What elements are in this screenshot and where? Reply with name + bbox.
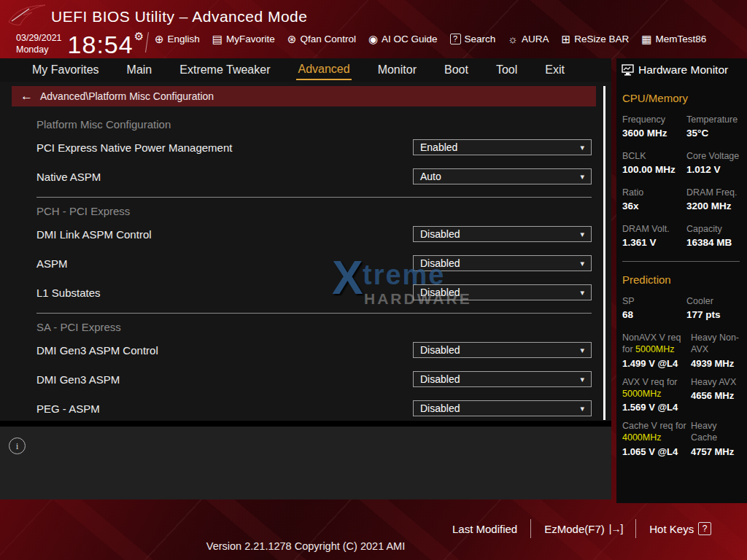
chevron-down-icon: ▾ — [580, 143, 584, 152]
stat-capacity: Capacity 16384 MB — [686, 224, 741, 248]
aura-button[interactable]: ☼ AURA — [508, 34, 549, 44]
chevron-down-icon: ▾ — [580, 404, 584, 413]
hot-keys-button[interactable]: Hot Keys ? — [649, 522, 711, 535]
help-info-panel: i — [0, 427, 611, 499]
globe-icon: ⊕ — [155, 34, 164, 44]
pci-express-native-power-select[interactable]: Enabled ▾ — [413, 139, 592, 155]
chevron-down-icon: ▾ — [580, 375, 584, 384]
time-text: 18:54⚙ — [68, 31, 145, 57]
setting-label: ASPM — [36, 257, 68, 270]
back-arrow-icon[interactable]: ← — [20, 89, 33, 104]
setting-label: DMI Gen3 ASPM — [36, 373, 120, 386]
dmi-gen3-aspm-control-select[interactable]: Disabled ▾ — [413, 342, 592, 358]
stat-core-voltage: Core Voltage 1.012 V — [686, 151, 741, 175]
tab-my-favorites[interactable]: My Favorites — [31, 61, 101, 79]
setting-row: DMI Gen3 ASPM Disabled ▾ — [36, 365, 592, 394]
tab-extreme-tweaker[interactable]: Extreme Tweaker — [178, 61, 271, 79]
tab-boot[interactable]: Boot — [443, 61, 470, 79]
aura-icon: ☼ — [508, 34, 518, 44]
setting-row: PCI Express Native Power Management Enab… — [36, 133, 592, 162]
stat-ratio: Ratio 36x — [622, 187, 685, 211]
ai-oc-guide-button[interactable]: ◉ AI OC Guide — [368, 34, 438, 44]
sidebar-divider — [622, 261, 740, 262]
qfan-control-button[interactable]: ⊛ Qfan Control — [287, 34, 356, 44]
cpu-memory-stats: Frequency 3600 MHz Temperature 35°C BCLK… — [622, 114, 741, 248]
section-divider — [36, 313, 592, 314]
hardware-monitor-title: Hardware Monitor — [638, 63, 728, 77]
hardware-monitor-header: Hardware Monitor — [616, 58, 747, 82]
chevron-down-icon: ▾ — [580, 172, 584, 182]
resize-bar-icon: ⊞ — [562, 34, 571, 44]
last-modified-button[interactable]: Last Modified — [452, 523, 517, 535]
pred-heavy-avx: Heavy AVX 4656 MHz — [691, 376, 741, 413]
language-button[interactable]: ⊕ English — [155, 34, 200, 44]
aspm-select[interactable]: Disabled ▾ — [413, 255, 592, 271]
setting-row: PEG - ASPM Disabled ▾ — [36, 394, 592, 423]
hardware-monitor-panel: Hardware Monitor CPU/Memory Frequency 36… — [616, 58, 747, 503]
stat-dram-volt: DRAM Volt. 1.361 V — [622, 224, 685, 248]
tab-exit[interactable]: Exit — [543, 61, 566, 79]
setting-row: Native ASPM Auto ▾ — [36, 162, 592, 191]
fan-icon: ⊛ — [287, 34, 297, 44]
setting-label: DMI Link ASPM Control — [36, 228, 152, 241]
setting-label: PEG - ASPM — [36, 402, 100, 415]
hardware-monitor-body: CPU/Memory Frequency 3600 MHz Temperatur… — [616, 82, 747, 457]
qfan-label: Qfan Control — [300, 34, 356, 44]
pred-heavy-nonavx: Heavy Non-AVX 4939 MHz — [691, 332, 741, 369]
myfavorite-icon: ▤ — [212, 34, 222, 44]
native-aspm-select[interactable]: Auto ▾ — [413, 168, 592, 184]
version-text: Version 2.21.1278 Copyright (C) 2021 AMI — [0, 540, 611, 552]
section-title: PCH - PCI Express — [36, 205, 592, 219]
peg-aspm-select[interactable]: Disabled ▾ — [413, 400, 592, 416]
aura-label: AURA — [522, 34, 549, 44]
chevron-down-icon: ▾ — [580, 288, 584, 298]
setting-row: DMI Link ASPM Control Disabled ▾ — [36, 219, 592, 249]
tab-tool[interactable]: Tool — [495, 61, 519, 79]
footer-actions: Last Modified EzMode(F7) |→] Hot Keys ? — [452, 519, 711, 538]
stat-frequency: Frequency 3600 MHz — [622, 114, 685, 139]
scrollbar[interactable] — [603, 86, 605, 420]
stat-dram-freq: DRAM Freq. 3200 MHz — [686, 187, 741, 211]
breadcrumb-text: Advanced\Platform Misc Configuration — [40, 90, 214, 102]
ezmode-exit-icon: |→] — [609, 523, 623, 534]
memtest-button[interactable]: ▦ MemTest86 — [641, 34, 706, 44]
memtest-icon: ▦ — [641, 34, 651, 44]
main-menu: My Favorites Main Extreme Tweaker Advanc… — [0, 58, 611, 82]
pred-heavy-cache: Heavy Cache 4757 MHz — [691, 420, 741, 457]
pred-nonavx-vreq: NonAVX V req for 5000MHz 1.499 V @L4 — [622, 332, 689, 369]
header: UEFI BIOS Utility – Advanced Mode 03/29/… — [0, 0, 747, 58]
search-button[interactable]: ? Search — [450, 34, 496, 44]
prediction-title: Prediction — [622, 273, 741, 286]
time-settings-gear-icon[interactable]: ⚙ — [134, 30, 144, 42]
myfavorite-button[interactable]: ▤ MyFavorite — [212, 34, 275, 44]
tab-advanced[interactable]: Advanced — [296, 60, 351, 80]
dmi-gen3-aspm-select[interactable]: Disabled ▾ — [413, 371, 592, 387]
resize-bar-button[interactable]: ⊞ ReSize BAR — [562, 34, 630, 44]
ezmode-button[interactable]: EzMode(F7) |→] — [544, 523, 622, 535]
cpu-memory-title: CPU/Memory — [622, 92, 741, 104]
header-separator — [145, 32, 149, 52]
quick-access-bar: ⊕ English ▤ MyFavorite ⊛ Qfan Control ◉ … — [155, 34, 706, 44]
chevron-down-icon: ▾ — [580, 259, 584, 268]
datetime: 03/29/2021 Monday 18:54⚙ — [16, 31, 144, 57]
footer-separator — [635, 519, 636, 538]
prediction-stats: SP 68 Cooler 177 pts — [622, 296, 741, 320]
setting-label: PCI Express Native Power Management — [36, 141, 232, 154]
dmi-link-aspm-select[interactable]: Disabled ▾ — [413, 226, 592, 242]
footer-separator — [530, 519, 531, 538]
tab-monitor[interactable]: Monitor — [376, 61, 418, 79]
setting-row: L1 Substates Disabled ▾ — [36, 278, 592, 307]
setting-row: DMI Gen3 ASPM Control Disabled ▾ — [36, 335, 592, 365]
setting-label: L1 Substates — [36, 287, 101, 299]
stat-sp: SP 68 — [622, 296, 685, 320]
l1-substates-select[interactable]: Disabled ▾ — [413, 284, 592, 300]
settings-panel: ← Advanced\Platform Misc Configuration P… — [0, 82, 611, 421]
question-mark-icon: ? — [698, 522, 711, 535]
info-icon: i — [9, 438, 26, 454]
search-icon: ? — [450, 34, 461, 44]
settings-list: Platform Misc Configuration PCI Express … — [0, 111, 611, 423]
pred-avx-vreq: AVX V req for 5000MHz 1.569 V @L4 — [622, 376, 689, 413]
content-area: ← Advanced\Platform Misc Configuration P… — [0, 82, 611, 499]
date-block: 03/29/2021 Monday — [16, 33, 62, 55]
tab-main[interactable]: Main — [125, 61, 154, 79]
